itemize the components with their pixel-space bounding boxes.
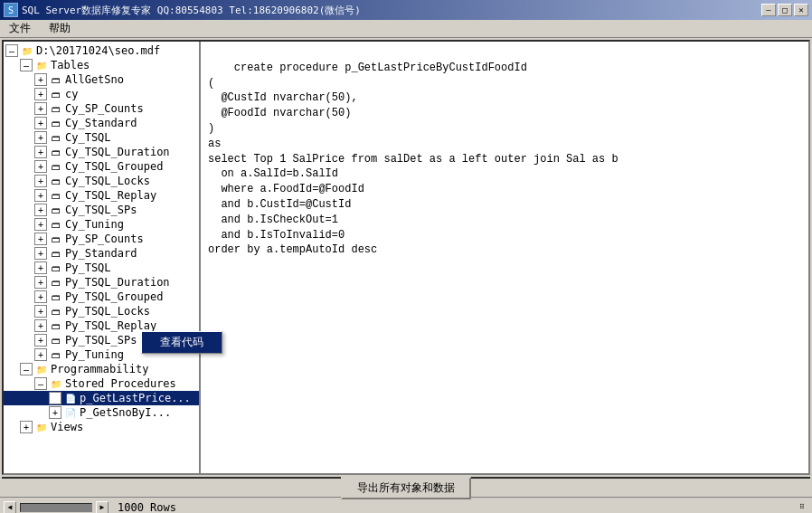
tree-node-py-sp-counts[interactable]: + 🗃 Py_SP_Counts: [4, 232, 199, 246]
export-button[interactable]: 导出所有对象和数据: [341, 477, 471, 499]
tree-toggle-py-tsql-grouped[interactable]: +: [34, 290, 47, 303]
tree-toggle-allgetsno[interactable]: +: [34, 73, 47, 86]
tree-panel[interactable]: — 📁 D:\20171024\seo.mdf — 📁 Tables + 🗃 A…: [4, 42, 201, 473]
tree-label-py-tsql-grouped: Py_TSQL_Grouped: [65, 290, 163, 303]
tree-label-py-tsql-replay: Py_TSQL_Replay: [65, 319, 156, 332]
tree-label-cy-tsql-sps: Cy_TSQL_SPs: [65, 204, 137, 216]
menu-help[interactable]: 帮助: [43, 19, 76, 38]
tree-node-views[interactable]: + 📁 Views: [4, 420, 199, 434]
table-icon-py-standard: 🗃: [49, 247, 63, 260]
tree-label-cy-tsql: Cy_TSQL: [65, 131, 111, 144]
tree-label-programmability: Programmability: [51, 363, 148, 375]
menu-file[interactable]: 文件: [4, 19, 36, 38]
tree-toggle-py-tsql-duration[interactable]: +: [34, 276, 47, 289]
resize-grip[interactable]: ⠿: [796, 501, 808, 514]
tree-label-cy-tsql-duration: Cy_TSQL_Duration: [65, 146, 170, 158]
table-icon-cy-standard: 🗃: [49, 117, 63, 129]
close-button[interactable]: ✕: [794, 4, 808, 16]
tree-toggle-p-get-sno-byi[interactable]: +: [49, 406, 61, 419]
table-icon-py-sp-counts: 🗃: [49, 233, 63, 245]
tree-node-programmability[interactable]: — 📁 Programmability: [4, 362, 199, 376]
maximize-button[interactable]: □: [778, 4, 792, 16]
minimize-button[interactable]: —: [761, 4, 776, 16]
tree-toggle-cy-sp-counts[interactable]: +: [34, 102, 47, 115]
tree-label-cy-tsql-locks: Cy_TSQL_Locks: [65, 175, 150, 187]
tree-toggle-p-get-last-price[interactable]: +: [49, 392, 61, 404]
tree-toggle-py-tsql-sps[interactable]: +: [34, 334, 47, 347]
tree-toggle-tables[interactable]: —: [20, 59, 33, 71]
table-icon-py-tsql-duration: 🗃: [49, 276, 63, 289]
tree-toggle-root[interactable]: —: [5, 44, 18, 57]
table-icon-cy-tsql-grouped: 🗃: [49, 160, 63, 173]
table-icon-cy-tsql-replay: 🗃: [49, 189, 63, 202]
tree-node-cy-sp-counts[interactable]: + 🗃 Cy_SP_Counts: [4, 101, 199, 116]
tree-node-cy-tsql-sps[interactable]: + 🗃 Cy_TSQL_SPs: [4, 203, 199, 217]
tree-node-py-tsql-duration[interactable]: + 🗃 Py_TSQL_Duration: [4, 275, 199, 290]
tree-label-cy-tsql-grouped: Cy_TSQL_Grouped: [65, 160, 163, 173]
tree-node-cy-tsql-grouped[interactable]: + 🗃 Cy_TSQL_Grouped: [4, 159, 199, 174]
scroll-left-button[interactable]: ◀: [4, 501, 16, 514]
tree-node-p-get-sno-byi[interactable]: + 📄 P_GetSnoByI...: [4, 405, 199, 420]
tree-node-cy-tuning[interactable]: + 🗃 Cy_Tuning: [4, 217, 199, 232]
tree-toggle-cy[interactable]: +: [34, 88, 47, 100]
views-icon: 📁: [34, 421, 49, 433]
tree-node-p-get-last-price[interactable]: + 📄 p_GetLastPrice...: [4, 391, 199, 405]
table-icon-cy: 🗃: [49, 88, 63, 100]
tree-node-py-standard[interactable]: + 🗃 Py_Standard: [4, 246, 199, 261]
tree-node-py-tsql[interactable]: + 🗃 Py_TSQL: [4, 261, 199, 275]
tree-toggle-py-tuning[interactable]: +: [34, 348, 47, 361]
tree-toggle-cy-tsql-locks[interactable]: +: [34, 175, 47, 187]
tree-toggle-py-sp-counts[interactable]: +: [34, 233, 47, 245]
table-icon-cy-tsql-locks: 🗃: [49, 175, 63, 187]
tree-node-stored-procedures[interactable]: — 📁 Stored Procedures: [4, 376, 199, 391]
tree-node-py-tsql-locks[interactable]: + 🗃 Py_TSQL_Locks: [4, 304, 199, 318]
table-icon-py-tsql-replay: 🗃: [49, 319, 63, 332]
tree-toggle-programmability[interactable]: —: [20, 363, 33, 375]
tree-node-py-tsql-grouped[interactable]: + 🗃 Py_TSQL_Grouped: [4, 290, 199, 304]
scroll-right-button[interactable]: ▶: [96, 501, 109, 514]
proc-icon-p-get-last-price: 📄: [63, 392, 78, 404]
tree-toggle-stored-procedures[interactable]: —: [34, 377, 47, 390]
tree-toggle-cy-tsql[interactable]: +: [34, 131, 47, 144]
tree-node-cy-tsql-replay[interactable]: + 🗃 Cy_TSQL_Replay: [4, 188, 199, 203]
tree-node-cy-tsql-locks[interactable]: + 🗃 Cy_TSQL_Locks: [4, 174, 199, 188]
tree-toggle-py-tsql[interactable]: +: [34, 261, 47, 274]
tree-toggle-views[interactable]: +: [20, 421, 33, 433]
tree-node-root[interactable]: — 📁 D:\20171024\seo.mdf: [4, 43, 199, 58]
scrollbar-track[interactable]: [20, 503, 92, 512]
table-icon-cy-tsql: 🗃: [49, 131, 63, 144]
tree-node-cy-tsql-duration[interactable]: + 🗃 Cy_TSQL_Duration: [4, 145, 199, 159]
tree-toggle-cy-tsql-grouped[interactable]: +: [34, 160, 47, 173]
tree-toggle-cy-tsql-sps[interactable]: +: [34, 204, 47, 216]
table-icon-cy-tsql-sps: 🗃: [49, 204, 63, 216]
tree-label-root: D:\20171024\seo.mdf: [36, 44, 160, 57]
tree-node-cy-tsql[interactable]: + 🗃 Cy_TSQL: [4, 130, 199, 145]
tree-toggle-cy-tuning[interactable]: +: [34, 218, 47, 231]
tree-toggle-cy-tsql-replay[interactable]: +: [34, 189, 47, 202]
code-panel: create procedure p_GetLastPriceByCustIdF…: [201, 42, 808, 473]
tree-toggle-py-standard[interactable]: +: [34, 247, 47, 260]
table-icon-cy-sp-counts: 🗃: [49, 102, 63, 115]
tree-node-cy-standard[interactable]: + 🗃 Cy_Standard: [4, 116, 199, 130]
table-icon-py-tsql-locks: 🗃: [49, 305, 63, 318]
tree-label-cy-tsql-replay: Cy_TSQL_Replay: [65, 189, 156, 202]
tree-node-cy[interactable]: + 🗃 cy: [4, 87, 199, 101]
tree-toggle-py-tsql-locks[interactable]: +: [34, 305, 47, 318]
tree-toggle-cy-standard[interactable]: +: [34, 117, 47, 129]
tree-node-tables[interactable]: — 📁 Tables: [4, 58, 199, 72]
tree-toggle-cy-tsql-duration[interactable]: +: [34, 146, 47, 158]
tree-toggle-py-tsql-replay[interactable]: +: [34, 319, 47, 332]
context-menu-view-code[interactable]: 查看代码: [142, 332, 222, 353]
tree-label-p-get-sno-byi: P_GetSnoByI...: [80, 406, 171, 419]
bottom-bar: 导出所有对象和数据: [2, 477, 810, 497]
title-bar-left: S SQL Server数据库修复专家 QQ:80554803 Tel:1862…: [4, 3, 361, 17]
tree-label-tables: Tables: [51, 59, 90, 71]
tree-label-py-tuning: Py_Tuning: [65, 348, 124, 361]
tree-label-py-tsql: Py_TSQL: [65, 261, 111, 274]
tables-folder-icon: 📁: [34, 59, 49, 71]
tree-label-py-tsql-sps: Py_TSQL_SPs: [65, 334, 137, 347]
tree-label-py-standard: Py_Standard: [65, 247, 137, 260]
tree-label-py-tsql-duration: Py_TSQL_Duration: [65, 276, 170, 289]
tree-node-allgetsno[interactable]: + 🗃 AllGetSno: [4, 72, 199, 87]
table-icon-py-tsql-sps: 🗃: [49, 334, 63, 347]
